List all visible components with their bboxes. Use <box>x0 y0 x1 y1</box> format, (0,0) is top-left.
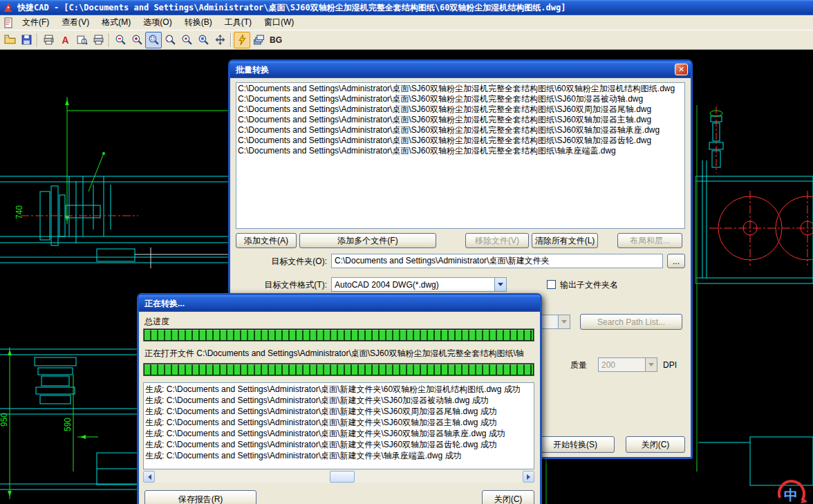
export-icon[interactable]: A <box>57 32 73 48</box>
file-progress-bar <box>143 363 534 376</box>
menu-window[interactable]: 窗口(W) <box>259 15 299 30</box>
menu-file[interactable]: 文件(F) <box>17 15 55 30</box>
current-file-status: 正在打开文件 C:\Documents and Settings\Adminis… <box>144 348 534 360</box>
print-icon[interactable] <box>40 32 57 48</box>
target-format-select[interactable]: AutoCAD 2004 DWG(*.dwg) <box>331 277 507 292</box>
scroll-left-icon[interactable] <box>143 471 155 483</box>
batch-dialog-titlebar[interactable]: 批量转换 ✕ <box>230 62 691 78</box>
target-folder-input[interactable]: C:\Documents and Settings\Administrator\… <box>331 254 663 268</box>
dimension-950: 950 <box>0 413 9 427</box>
brand-logo: 中 <box>779 481 807 503</box>
toolbar-separator <box>109 33 110 47</box>
dimension-590: 590 <box>63 418 73 431</box>
plot-icon[interactable] <box>90 32 106 48</box>
clear-all-files-button[interactable]: 清除所有文件(L) <box>532 233 598 248</box>
print-preview-icon[interactable] <box>73 32 90 48</box>
log-item[interactable]: 生成: C:\Documents and Settings\Administra… <box>145 439 532 450</box>
file-list-item[interactable]: C:\Documents and Settings\Administrator\… <box>238 104 683 115</box>
log-item[interactable]: 生成: C:\Documents and Settings\Administra… <box>145 384 532 395</box>
file-list-item[interactable]: C:\Documents and Settings\Administrator\… <box>238 146 683 156</box>
scrollbar-thumb[interactable] <box>330 471 355 483</box>
start-convert-button[interactable]: 开始转换(S) <box>536 436 615 453</box>
chevron-down-icon[interactable] <box>494 278 506 291</box>
window-titlebar[interactable]: 快捷CAD - [C:\Documents and Settings\Admin… <box>0 0 813 15</box>
file-list-item[interactable]: C:\Documents and Settings\Administrator\… <box>238 115 683 125</box>
toolbar-separator <box>37 33 38 47</box>
chevron-down-icon <box>645 358 657 371</box>
quality-label: 质量 <box>570 358 587 372</box>
zoom-all-icon[interactable] <box>195 32 212 48</box>
document-icon <box>3 17 14 28</box>
menu-view[interactable]: 查看(V) <box>56 15 95 30</box>
dimension-740: 740 <box>15 205 24 219</box>
subfolder-checkbox[interactable] <box>547 280 556 289</box>
search-path-list-button[interactable]: Search Path List... <box>580 314 682 330</box>
layout-layers-button[interactable]: 布局和层... <box>617 233 682 248</box>
regen-lightning-icon[interactable] <box>234 32 250 48</box>
log-horizontal-scrollbar[interactable] <box>143 471 534 483</box>
log-item[interactable]: 生成: C:\Documents and Settings\Administra… <box>145 406 532 417</box>
file-list-item[interactable]: C:\Documents and Settings\Administrator\… <box>238 125 683 136</box>
target-format-label: 目标文件格式(T): <box>230 278 327 292</box>
scroll-right-icon[interactable] <box>523 471 534 483</box>
browse-button[interactable]: ... <box>667 254 685 268</box>
dpi-label: DPI <box>663 358 677 372</box>
quality-select[interactable]: 200 <box>598 357 657 372</box>
close-icon[interactable]: ✕ <box>675 64 688 75</box>
application-window: 快捷CAD - [C:\Documents and Settings\Admin… <box>0 0 813 504</box>
window-title: 快捷CAD - [C:\Documents and Settings\Admin… <box>17 2 566 14</box>
bg-toggle[interactable]: BG <box>267 32 285 48</box>
open-icon[interactable] <box>1 32 18 48</box>
main-toolbar: A BG <box>0 30 813 50</box>
file-list[interactable]: C:\Documents and Settings\Administrator\… <box>236 82 685 229</box>
menu-options[interactable]: 选项(O) <box>138 15 177 30</box>
target-folder-label: 目标文件夹(O): <box>230 254 327 268</box>
zoom-out-icon[interactable] <box>112 32 129 48</box>
add-multiple-files-button[interactable]: 添加多个文件(F) <box>299 233 436 248</box>
cad-top-left-view: 740 <box>0 97 228 268</box>
menu-tools[interactable]: 工具(T) <box>219 15 257 30</box>
log-item[interactable]: 生成: C:\Documents and Settings\Administra… <box>145 450 532 461</box>
batch-close-button[interactable]: 关闭(C) <box>626 436 685 453</box>
progress-close-button[interactable]: 关闭(C) <box>482 490 534 504</box>
zoom-in-icon[interactable] <box>129 32 145 48</box>
toolbar-separator <box>230 33 232 47</box>
layers-icon[interactable] <box>250 32 267 48</box>
zoom-scale-icon[interactable] <box>178 32 195 48</box>
log-item[interactable]: 生成: C:\Documents and Settings\Administra… <box>145 417 532 428</box>
quality-value: 200 <box>601 360 645 370</box>
total-progress-label: 总进度 <box>144 315 169 328</box>
zoom-extents-icon[interactable] <box>162 32 178 48</box>
remove-file-button[interactable]: 移除文件(V) <box>465 233 529 248</box>
add-file-button[interactable]: 添加文件(A) <box>236 233 297 248</box>
chevron-down-icon <box>558 315 570 328</box>
pan-icon[interactable] <box>212 32 228 48</box>
target-format-value: AutoCAD 2004 DWG(*.dwg) <box>335 280 494 290</box>
brand-logo-char: 中 <box>784 487 798 503</box>
save-icon[interactable] <box>18 32 35 48</box>
file-list-item[interactable]: C:\Documents and Settings\Administrator\… <box>238 84 683 94</box>
menu-format[interactable]: 格式(M) <box>96 15 136 30</box>
converting-dialog: 正在转换... 总进度 正在打开文件 C:\Documents and Sett… <box>137 293 542 504</box>
save-report-button[interactable]: 保存报告(R) <box>144 490 256 504</box>
zoom-window-icon[interactable] <box>145 32 162 48</box>
progress-dialog-title: 正在转换... <box>144 298 185 310</box>
app-logo-icon <box>3 2 14 13</box>
conversion-log-list[interactable]: 生成: C:\Documents and Settings\Administra… <box>143 382 534 469</box>
log-item[interactable]: 生成: C:\Documents and Settings\Administra… <box>145 395 532 406</box>
batch-dialog-title: 批量转换 <box>236 64 269 76</box>
file-list-item[interactable]: C:\Documents and Settings\Administrator\… <box>238 94 683 104</box>
log-item[interactable]: 生成: C:\Documents and Settings\Administra… <box>145 428 532 439</box>
progress-dialog-titlebar[interactable]: 正在转换... <box>139 295 540 312</box>
svg-text:A: A <box>62 35 68 46</box>
subfolder-checkbox-label: 输出子文件夹名 <box>560 278 618 292</box>
file-list-item[interactable]: C:\Documents and Settings\Administrator\… <box>238 136 683 146</box>
menu-convert[interactable]: 转换(B) <box>179 15 218 30</box>
menu-bar: 文件(F) 查看(V) 格式(M) 选项(O) 转换(B) 工具(T) 窗口(W… <box>0 15 813 30</box>
total-progress-bar <box>143 328 534 342</box>
